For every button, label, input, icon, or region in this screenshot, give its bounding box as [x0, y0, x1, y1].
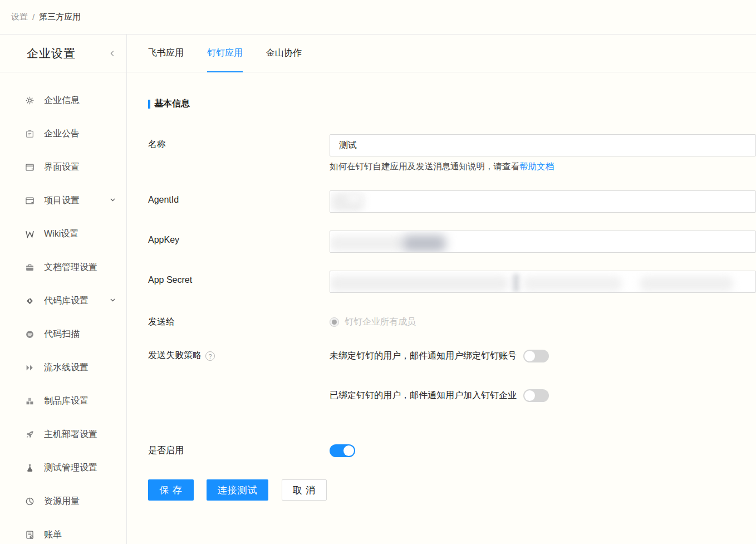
toggle-switch-off[interactable]	[523, 389, 549, 402]
sidebar-item-label: 制品库设置	[44, 395, 116, 407]
settings-sidebar: 企业设置 企业信息 企业公告 界面设	[0, 35, 127, 544]
agent-id-label: AgentId	[148, 190, 330, 213]
gear-icon	[25, 96, 35, 105]
sidebar-item-artifact-repo-settings[interactable]: 制品库设置	[0, 384, 126, 418]
chevron-down-icon[interactable]	[109, 296, 116, 306]
redacted-value-blur	[640, 276, 733, 291]
sidebar-item-label: 项目设置	[44, 195, 107, 207]
fail-policy-toggle-bound: 已绑定钉钉的用户，邮件通知用户加入钉钉企业	[330, 389, 756, 402]
redacted-value-blur	[402, 235, 446, 252]
sidebar-header: 企业设置	[0, 35, 126, 72]
interface-icon	[25, 163, 35, 172]
question-circle-icon[interactable]: ?	[205, 351, 215, 361]
name-input[interactable]	[330, 135, 755, 156]
send-to-option-label: 钉钉企业所有成员	[345, 316, 416, 328]
sidebar-item-label: 界面设置	[44, 161, 116, 173]
tab-feishu-app[interactable]: 飞书应用	[148, 35, 184, 72]
fail-policy-toggle-unbound: 未绑定钉钉的用户，邮件通知用户绑定钉钉账号	[330, 350, 756, 362]
bill-icon	[25, 530, 35, 540]
sidebar-item-label: 代码扫描	[44, 329, 116, 340]
fail-policy-label: 发送失败策略	[148, 350, 202, 361]
sidebar-item-code-scan[interactable]: 代码扫描	[0, 317, 126, 351]
sidebar-item-pipeline-settings[interactable]: 流水线设置	[0, 351, 126, 384]
redacted-value-blur	[330, 236, 404, 251]
document-briefcase-icon	[25, 263, 35, 272]
form-row-app-secret: App Secret	[148, 271, 756, 293]
sidebar-item-label: 测试管理设置	[44, 462, 116, 474]
app-secret-label: App Secret	[148, 271, 330, 293]
redacted-value-blur	[513, 273, 519, 292]
pie-chart-icon	[25, 497, 35, 506]
name-input-wrapper	[330, 134, 756, 156]
connection-test-button[interactable]: 连接测试	[207, 479, 268, 501]
code-scan-icon	[25, 330, 35, 339]
sidebar-item-project-settings[interactable]: 项目设置	[0, 184, 126, 217]
sidebar-item-company-info[interactable]: 企业信息	[0, 84, 126, 117]
send-to-label: 发送给	[148, 311, 330, 333]
sidebar-item-billing[interactable]: 账单	[0, 518, 126, 544]
wiki-icon	[25, 229, 35, 239]
announcement-icon	[25, 129, 35, 139]
app-tabs: 飞书应用 钉钉应用 金山协作	[127, 35, 756, 72]
app-key-label: AppKey	[148, 231, 330, 253]
form-row-fail-policy: 发送失败策略 ? 未绑定钉钉的用户，邮件通知用户绑定钉钉账号 已绑定钉钉的用户，…	[148, 350, 756, 402]
form-row-name: 名称 如何在钉钉自建应用及发送消息通知说明，请查看帮助文档	[148, 134, 756, 173]
code-repo-icon	[25, 296, 35, 306]
form-row-agent-id: AgentId	[148, 190, 756, 213]
name-label: 名称	[148, 134, 330, 173]
sidebar-item-label: 主机部署设置	[44, 429, 116, 440]
form-row-send-to: 发送给 钉钉企业所有成员	[148, 311, 756, 333]
toggle-description: 已绑定钉钉的用户，邮件通知用户加入钉钉企业	[330, 390, 517, 401]
section-title-text: 基本信息	[154, 98, 190, 110]
app-key-input[interactable]	[330, 231, 756, 253]
send-to-option: 钉钉企业所有成员	[330, 311, 756, 333]
agent-id-input[interactable]	[330, 190, 756, 213]
sidebar-item-label: 账单	[44, 529, 116, 541]
chevron-down-icon[interactable]	[109, 195, 116, 205]
toggle-switch-on[interactable]	[330, 444, 355, 457]
sidebar-item-wiki-settings[interactable]: Wiki设置	[0, 217, 126, 251]
form-row-enabled: 是否启用	[148, 444, 756, 457]
breadcrumb: 设置 / 第三方应用	[0, 0, 756, 35]
breadcrumb-settings[interactable]: 设置	[11, 12, 28, 22]
sidebar-nav: 企业信息 企业公告 界面设置 项目设置	[0, 72, 126, 544]
toggle-description: 未绑定钉钉的用户，邮件通知用户绑定钉钉账号	[330, 350, 517, 362]
cancel-button[interactable]: 取 消	[282, 479, 327, 501]
sidebar-item-label: 资源用量	[44, 496, 116, 507]
sidebar-item-test-management-settings[interactable]: 测试管理设置	[0, 451, 126, 484]
helper-text: 如何在钉钉自建应用及发送消息通知说明，请查看	[330, 161, 519, 171]
sidebar-item-interface-settings[interactable]: 界面设置	[0, 150, 126, 184]
section-accent-bar	[148, 100, 150, 109]
sidebar-item-label: 代码库设置	[44, 295, 107, 307]
redacted-value-blur	[330, 276, 508, 291]
main-panel: 飞书应用 钉钉应用 金山协作 基本信息 名称 如何在钉钉自建	[127, 35, 756, 544]
form-actions: 保 存 连接测试 取 消	[148, 479, 756, 501]
sidebar-item-code-repo-settings[interactable]: 代码库设置	[0, 284, 126, 317]
sidebar-item-label: 企业信息	[44, 95, 116, 106]
sidebar-item-document-management[interactable]: 文档管理设置	[0, 251, 126, 284]
form-row-app-key: AppKey	[148, 231, 756, 253]
sidebar-item-resource-usage[interactable]: 资源用量	[0, 484, 126, 518]
sidebar-collapse-button[interactable]	[106, 47, 119, 60]
chevron-left-icon	[109, 50, 116, 57]
app-secret-input[interactable]	[330, 271, 756, 293]
toggle-switch-off[interactable]	[523, 350, 549, 362]
sidebar-item-label: 流水线设置	[44, 362, 116, 374]
name-helper-text: 如何在钉钉自建应用及发送消息通知说明，请查看帮助文档	[330, 161, 756, 173]
sidebar-item-label: Wiki设置	[44, 228, 116, 240]
tab-dingtalk-app[interactable]: 钉钉应用	[207, 35, 243, 72]
help-doc-link[interactable]: 帮助文档	[519, 161, 554, 171]
dingtalk-app-form: 名称 如何在钉钉自建应用及发送消息通知说明，请查看帮助文档 AgentId	[148, 134, 756, 501]
radio-selected-disabled-icon[interactable]	[330, 317, 339, 327]
save-button[interactable]: 保 存	[148, 479, 194, 501]
breadcrumb-third-party-apps: 第三方应用	[39, 12, 81, 22]
enabled-label: 是否启用	[148, 444, 330, 457]
sidebar-item-company-announcement[interactable]: 企业公告	[0, 117, 126, 150]
sidebar-item-host-deploy-settings[interactable]: 主机部署设置	[0, 418, 126, 451]
tab-kingsoft-collab[interactable]: 金山协作	[266, 35, 302, 72]
fail-policy-label-wrap: 发送失败策略 ?	[148, 350, 330, 402]
sidebar-item-label: 企业公告	[44, 128, 116, 140]
sidebar-item-label: 文档管理设置	[44, 262, 116, 273]
project-icon	[25, 196, 35, 205]
redacted-value-blur	[523, 276, 622, 291]
